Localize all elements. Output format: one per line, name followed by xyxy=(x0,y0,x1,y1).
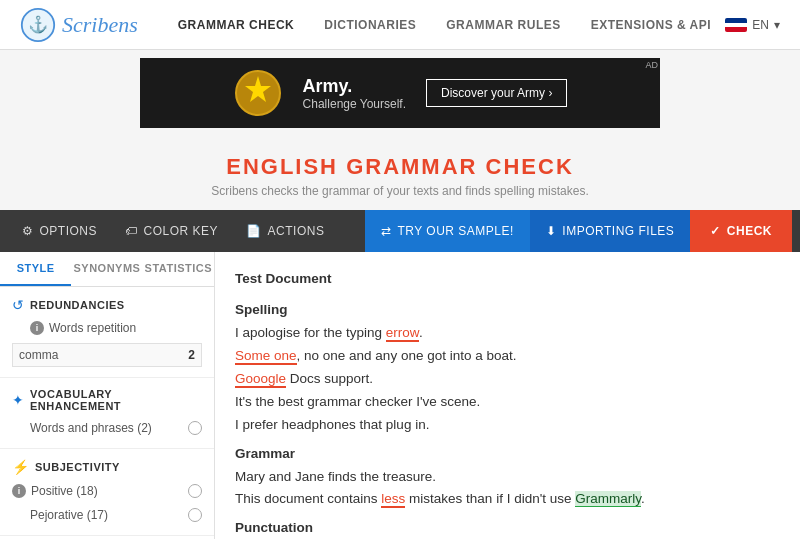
subjectivity-title: SUBJECTIVITY xyxy=(35,461,120,473)
toolbar: ⚙ OPTIONS 🏷 COLOR KEY 📄 ACTIONS ⇄ TRY OU… xyxy=(0,210,800,252)
pejorative-item: Pejorative (17) xyxy=(12,505,202,525)
tab-synonyms[interactable]: SYNONYMS xyxy=(71,252,142,286)
sidebar: STYLE SYNONYMS STATISTICS ↺ REDUNDANCIES… xyxy=(0,252,215,539)
import-icon: ⬇ xyxy=(546,224,557,238)
palette-icon: 🏷 xyxy=(125,224,138,238)
redundancies-icon: ↺ xyxy=(12,297,24,313)
main-layout: STYLE SYNONYMS STATISTICS ↺ REDUNDANCIES… xyxy=(0,252,800,539)
nav-dictionaries[interactable]: DICTIONARIES xyxy=(324,18,416,32)
positive-item: i Positive (18) xyxy=(12,481,202,501)
nav-grammar-rules[interactable]: GRAMMAR RULES xyxy=(446,18,561,32)
actions-button[interactable]: 📄 ACTIONS xyxy=(232,210,338,252)
check-label: CHECK xyxy=(727,224,772,238)
subjectivity-icon: ⚡ xyxy=(12,459,29,475)
checkmark-icon: ✓ xyxy=(710,224,721,238)
line-6: Mary and Jane finds the treasure. xyxy=(235,466,780,489)
filter-count: 2 xyxy=(188,348,195,362)
line-3: Gooogle Docs support. xyxy=(235,368,780,391)
positive-radio[interactable] xyxy=(188,484,202,498)
punctuation-section: Punctuation I would like it, if ProWriti… xyxy=(235,517,780,539)
hero-subtitle: Scribens checks the grammar of your text… xyxy=(0,184,800,198)
color-key-label: COLOR KEY xyxy=(144,224,219,238)
line-5: I prefer headphones that plug in. xyxy=(235,414,780,437)
hero-title-accent: GRAMMAR CHECK xyxy=(346,154,574,179)
army-text: Army. Challenge Yourself. xyxy=(303,76,406,111)
highlight-grammarly[interactable]: Grammarly xyxy=(575,491,641,507)
positive-label: Positive (18) xyxy=(31,484,98,498)
vocabulary-icon: ✦ xyxy=(12,392,24,408)
spelling-label: Spelling xyxy=(235,299,780,322)
vocabulary-section: ✦ VOCABULARY ENHANCEMENT Words and phras… xyxy=(0,378,214,449)
grammar-section: Grammar Mary and Jane finds the treasure… xyxy=(235,443,780,512)
nav-extensions[interactable]: EXTENSIONS & API xyxy=(591,18,711,32)
filter-label: comma xyxy=(19,348,58,362)
logo-text: Scribens xyxy=(62,12,138,38)
hero-section: ENGLISH GRAMMAR CHECK Scribens checks th… xyxy=(0,136,800,210)
tab-style[interactable]: STYLE xyxy=(0,252,71,286)
document-icon: 📄 xyxy=(246,224,262,238)
hero-title-plain: ENGLISH xyxy=(226,154,346,179)
logo-icon: ⚓ xyxy=(20,7,56,43)
army-logo-icon xyxy=(233,68,283,118)
grammar-label: Grammar xyxy=(235,443,780,466)
importing-label: IMPORTING FILES xyxy=(562,224,674,238)
subjectivity-section: ⚡ SUBJECTIVITY i Positive (18) Pejorativ… xyxy=(0,449,214,536)
check-button[interactable]: ✓ CHECK xyxy=(690,210,792,252)
ad-banner-wrapper: AD Army. Challenge Yourself. Discover yo… xyxy=(0,50,800,136)
vocabulary-title: VOCABULARY ENHANCEMENT xyxy=(30,388,202,412)
top-navigation: ⚓ Scribens GRAMMAR CHECK DICTIONARIES GR… xyxy=(0,0,800,50)
info-icon: i xyxy=(30,321,44,335)
words-phrases-label: Words and phrases (2) xyxy=(12,421,152,435)
options-label: OPTIONS xyxy=(40,224,98,238)
positive-info-icon: i xyxy=(12,484,26,498)
words-repetition-item: i Words repetition xyxy=(12,319,202,337)
army-tagline: Challenge Yourself. xyxy=(303,97,406,111)
line-4: It's the best grammar checker I've scene… xyxy=(235,391,780,414)
pejorative-radio[interactable] xyxy=(188,508,202,522)
logo-area[interactable]: ⚓ Scribens xyxy=(20,7,138,43)
vocabulary-header: ✦ VOCABULARY ENHANCEMENT xyxy=(12,388,202,412)
error-less[interactable]: less xyxy=(381,491,405,508)
line-7: This document contains less mistakes tha… xyxy=(235,488,780,511)
pejorative-label: Pejorative (17) xyxy=(30,508,108,522)
nav-grammar-check[interactable]: GRAMMAR CHECK xyxy=(178,18,295,32)
chevron-down-icon: ▾ xyxy=(774,18,780,32)
error-someone[interactable]: Some one xyxy=(235,348,297,365)
flag-icon xyxy=(725,18,747,32)
importing-files-button[interactable]: ⬇ IMPORTING FILES xyxy=(530,210,690,252)
svg-text:⚓: ⚓ xyxy=(28,14,49,35)
try-sample-label: TRY OUR SAMPLE! xyxy=(397,224,513,238)
ad-content: Army. Challenge Yourself. Discover your … xyxy=(233,68,568,118)
ad-label: AD xyxy=(645,60,658,70)
sample-icon: ⇄ xyxy=(381,224,392,238)
subjectivity-header: ⚡ SUBJECTIVITY xyxy=(12,459,202,475)
punctuation-label: Punctuation xyxy=(235,517,780,539)
gear-icon: ⚙ xyxy=(22,224,34,238)
line-1: I apologise for the typing errow. xyxy=(235,322,780,345)
actions-label: ACTIONS xyxy=(268,224,325,238)
error-gooogle[interactable]: Gooogle xyxy=(235,371,286,388)
words-phrases-item: Words and phrases (2) xyxy=(12,418,202,438)
army-cta-button[interactable]: Discover your Army › xyxy=(426,79,567,107)
color-key-button[interactable]: 🏷 COLOR KEY xyxy=(111,210,232,252)
army-brand: Army. xyxy=(303,76,406,97)
words-repetition-label: Words repetition xyxy=(49,321,136,335)
redundancies-header: ↺ REDUNDANCIES xyxy=(12,297,202,313)
document-title: Test Document xyxy=(235,268,780,291)
tab-statistics[interactable]: STATISTICS xyxy=(143,252,214,286)
redundancies-title: REDUNDANCIES xyxy=(30,299,125,311)
content-area[interactable]: Test Document Spelling I apologise for t… xyxy=(215,252,800,539)
try-sample-button[interactable]: ⇄ TRY OUR SAMPLE! xyxy=(365,210,530,252)
line-2: Some one, no one and any one got into a … xyxy=(235,345,780,368)
words-phrases-radio[interactable] xyxy=(188,421,202,435)
comma-filter-row[interactable]: comma 2 xyxy=(12,343,202,367)
lang-label: EN xyxy=(752,18,769,32)
spelling-section: Spelling I apologise for the typing erro… xyxy=(235,299,780,437)
options-button[interactable]: ⚙ OPTIONS xyxy=(8,210,111,252)
ad-banner[interactable]: AD Army. Challenge Yourself. Discover yo… xyxy=(140,58,660,128)
nav-links: GRAMMAR CHECK DICTIONARIES GRAMMAR RULES… xyxy=(178,18,726,32)
redundancies-section: ↺ REDUNDANCIES i Words repetition comma … xyxy=(0,287,214,378)
language-selector[interactable]: EN ▾ xyxy=(725,18,780,32)
sidebar-tabs: STYLE SYNONYMS STATISTICS xyxy=(0,252,214,287)
error-errow[interactable]: errow xyxy=(386,325,419,342)
